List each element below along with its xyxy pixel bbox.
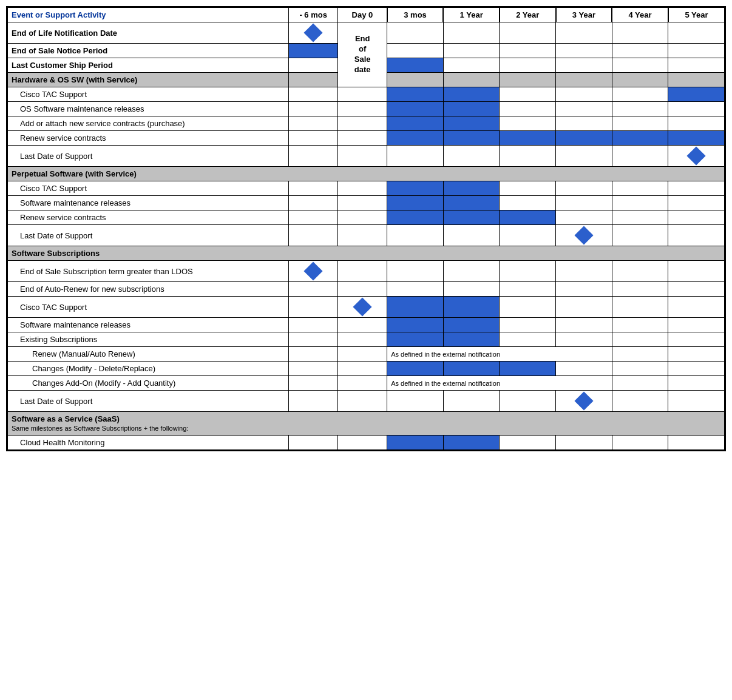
header-minus6: - 6 mos: [289, 8, 338, 22]
activity-label: Renew (Manual/Auto Renew): [8, 347, 289, 362]
diamond-icon: [304, 261, 323, 280]
table-row: Software as a Service (SaaS)Same milesto…: [8, 412, 725, 436]
table-row: Existing Subscriptions: [8, 332, 725, 347]
table-row: Renew service contracts: [8, 131, 725, 146]
support-activity-table: Event or Support Activity - 6 mos Day 0 …: [7, 7, 725, 450]
table-row: Cisco TAC Support: [8, 297, 725, 318]
header-1yr: 1 Year: [443, 8, 500, 22]
table-row: Add or attach new service contracts (pur…: [8, 116, 725, 131]
cell-eol-notification-label: End of Life Notification Date: [8, 22, 289, 44]
diamond-icon: [574, 226, 593, 244]
table-row: Last Date of Support: [8, 225, 725, 246]
row-eol-notification: End of Life Notification DateEndofSaleda…: [8, 22, 725, 44]
cell-note1: As defined in the external notification: [387, 347, 612, 362]
diamond-icon: [687, 146, 706, 165]
activity-label: OS Software maintenance releases: [8, 102, 289, 116]
table-row: Perpetual Software (with Service): [8, 167, 725, 181]
activity-label: Last Date of Support: [8, 391, 289, 412]
header-4yr: 4 Year: [612, 8, 668, 22]
header-activity: Event or Support Activity: [8, 8, 289, 22]
activity-label: Cisco TAC Support: [8, 297, 289, 318]
activity-label: Changes (Modify - Delete/Replace): [8, 362, 289, 376]
activity-label: Renew service contracts: [8, 210, 289, 225]
table-row: Last Date of Support: [8, 391, 725, 412]
cell-eos-notice-label: End of Sale Notice Period: [8, 44, 289, 58]
activity-label: Renew service contracts: [8, 131, 289, 146]
cell-last-ship-label: Last Customer Ship Period: [8, 58, 289, 73]
activity-label: Existing Subscriptions: [8, 332, 289, 347]
cell-note2: As defined in the external notification: [387, 376, 612, 391]
activity-label: Cloud Health Monitoring: [8, 436, 289, 450]
main-table-wrapper: Event or Support Activity - 6 mos Day 0 …: [6, 6, 726, 451]
table-row: Software Subscriptions: [8, 246, 725, 261]
cell-hw-os-label: Hardware & OS SW (with Service): [8, 73, 289, 87]
activity-label: Last Date of Support: [8, 146, 289, 167]
table-row: Renew (Manual/Auto Renew) As defined in …: [8, 347, 725, 362]
section-label: Software Subscriptions: [8, 246, 725, 261]
activity-label: End of Auto-Renew for new subscriptions: [8, 282, 289, 297]
header-2yr: 2 Year: [500, 8, 556, 22]
table-row: Renew service contracts: [8, 210, 725, 225]
header-5yr: 5 Year: [668, 8, 725, 22]
section-label: Perpetual Software (with Service): [8, 167, 725, 181]
header-row: Event or Support Activity - 6 mos Day 0 …: [8, 8, 725, 22]
diamond-icon: [574, 391, 593, 410]
activity-label: Last Date of Support: [8, 225, 289, 246]
table-row: Cisco TAC Support: [8, 87, 725, 102]
activity-label: Cisco TAC Support: [8, 181, 289, 196]
table-row: Changes Add-On (Modify - Add Quantity) A…: [8, 376, 725, 391]
table-row: Software maintenance releases: [8, 318, 725, 332]
activity-label: End of Sale Subscription term greater th…: [8, 261, 289, 282]
table-row: End of Auto-Renew for new subscriptions: [8, 282, 725, 297]
header-3mos: 3 mos: [387, 8, 444, 22]
diamond-icon: [304, 23, 323, 42]
activity-label: Software maintenance releases: [8, 196, 289, 210]
cell-end-of-sale-date: EndofSaledate: [338, 22, 387, 87]
table-row: Cloud Health Monitoring: [8, 436, 725, 450]
section-label: Software as a Service (SaaS)Same milesto…: [8, 412, 725, 436]
table-row: Cisco TAC Support: [8, 181, 725, 196]
table-row: OS Software maintenance releases: [8, 102, 725, 116]
activity-label: Changes Add-On (Modify - Add Quantity): [8, 376, 289, 391]
table-row: Changes (Modify - Delete/Replace): [8, 362, 725, 376]
diamond-icon: [353, 297, 372, 316]
table-row: Software maintenance releases: [8, 196, 725, 210]
activity-label: Add or attach new service contracts (pur…: [8, 116, 289, 131]
table-row: Last Date of Support: [8, 146, 725, 167]
activity-label: Cisco TAC Support: [8, 87, 289, 102]
table-row: End of Sale Subscription term greater th…: [8, 261, 725, 282]
header-day0: Day 0: [338, 8, 387, 22]
activity-label: Software maintenance releases: [8, 318, 289, 332]
header-3yr: 3 Year: [556, 8, 612, 22]
